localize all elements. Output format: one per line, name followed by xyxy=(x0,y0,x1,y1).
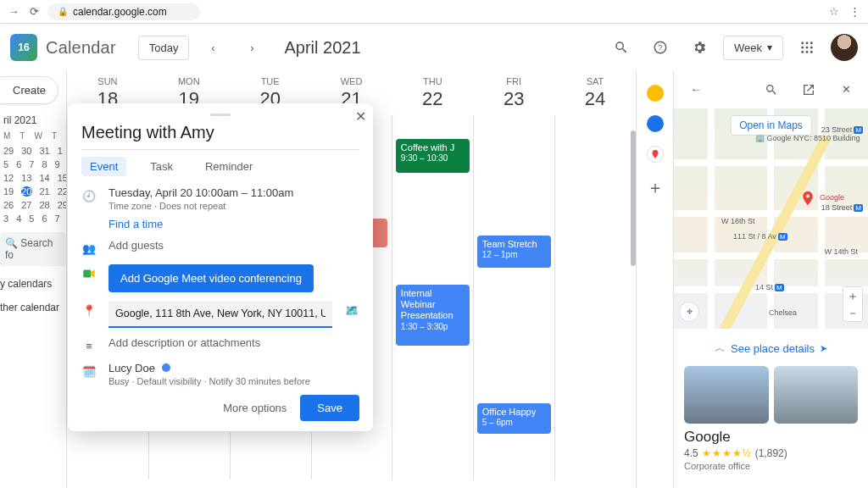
search-button[interactable] xyxy=(606,32,637,63)
save-button[interactable]: Save xyxy=(300,395,359,421)
search-icon xyxy=(765,83,778,97)
popover-close-button[interactable]: ✕ xyxy=(355,108,366,125)
settings-button[interactable] xyxy=(684,32,715,63)
event-editor-popover: ✕ Meeting with Amy Event Task Reminder 🕘… xyxy=(68,103,373,431)
tab-reminder[interactable]: Reminder xyxy=(197,157,261,176)
panel-search-button[interactable] xyxy=(756,75,787,105)
event-type-tabs: Event Task Reminder xyxy=(81,157,359,176)
see-place-details-button[interactable]: ︿ See place details ➤ xyxy=(684,336,858,361)
place-name: Google xyxy=(684,429,858,446)
keep-addon-icon[interactable] xyxy=(647,85,664,102)
view-selector[interactable]: Week ▾ xyxy=(723,36,783,60)
location-input[interactable] xyxy=(108,301,332,328)
maps-addon-icon[interactable] xyxy=(647,146,664,163)
help-icon: ? xyxy=(653,40,668,55)
map-street-label: 18 StreetM xyxy=(821,203,863,212)
event-webinar[interactable]: Internal Webinar Presentation1:30 – 3:30… xyxy=(396,285,470,346)
event-title-input[interactable]: Meeting with Amy xyxy=(81,119,359,150)
map-poi-label: 🏢 Google NYC: 8510 Building xyxy=(755,134,860,142)
map-zoom-controls[interactable]: ＋－ xyxy=(843,286,863,322)
browser-menu-icon[interactable]: ⋮ xyxy=(848,5,861,19)
lock-icon: 🔒 xyxy=(58,7,68,16)
svg-point-7 xyxy=(810,47,813,49)
clock-icon: 🕘 xyxy=(81,188,97,203)
panel-close-button[interactable]: ✕ xyxy=(831,75,861,105)
panel-back-button[interactable]: ← xyxy=(681,75,711,105)
current-month: April 2021 xyxy=(284,38,360,58)
cursor-icon: ➤ xyxy=(820,343,827,354)
panel-open-new-button[interactable] xyxy=(793,75,824,105)
next-period-button[interactable]: › xyxy=(236,32,267,63)
map-street-label: W 16th St xyxy=(721,217,755,225)
account-avatar[interactable] xyxy=(831,34,858,61)
chevron-up-icon: ︿ xyxy=(715,341,726,356)
browser-chrome: → ⟳ 🔒 calendar.google.com ☆ ⋮ xyxy=(0,0,868,24)
svg-point-10 xyxy=(810,51,813,53)
event-visibility-sub: Busy · Default visibility · Notify 30 mi… xyxy=(108,376,310,386)
mini-dow: T xyxy=(52,131,57,141)
calendar-owner-icon: 🗓️ xyxy=(81,363,97,379)
other-calendars-label[interactable]: ther calendar xyxy=(0,302,66,313)
tab-task[interactable]: Task xyxy=(142,157,181,176)
mini-month-label: ril 2021 xyxy=(3,114,66,126)
map-street-label: 111 St / 8 AvM xyxy=(733,232,787,241)
tab-event[interactable]: Event xyxy=(81,157,126,176)
support-button[interactable]: ? xyxy=(645,32,676,63)
open-in-maps-button[interactable]: Open in Maps xyxy=(730,115,812,136)
url-text: calendar.google.com xyxy=(73,6,167,18)
url-bar[interactable]: 🔒 calendar.google.com xyxy=(47,3,200,20)
create-button[interactable]: Create xyxy=(0,76,58,104)
find-a-time-link[interactable]: Find a time xyxy=(108,218,293,230)
prev-period-button[interactable]: ‹ xyxy=(198,32,228,63)
bookmark-star-icon[interactable]: ☆ xyxy=(827,5,841,19)
search-people[interactable]: 🔍 Search fo xyxy=(0,232,66,266)
location-pin-icon: 📍 xyxy=(81,302,97,318)
map-canvas[interactable]: Open in Maps 🏢 Google NYC: 8510 Building… xyxy=(674,108,868,329)
browser-forward-icon[interactable]: → xyxy=(7,5,20,19)
svg-point-6 xyxy=(806,47,809,49)
mini-dow: W xyxy=(34,131,42,141)
mini-dow: T xyxy=(19,131,25,141)
svg-point-3 xyxy=(806,42,809,44)
people-icon: 👥 xyxy=(81,241,97,256)
svg-marker-12 xyxy=(91,270,95,278)
calendar-color-dot xyxy=(162,363,170,372)
google-apps-button[interactable] xyxy=(792,32,822,63)
stars-icon: ★★★★½ xyxy=(702,447,752,459)
place-category: Corporate office xyxy=(684,461,858,471)
svg-rect-11 xyxy=(83,270,91,278)
grid-scrollbar[interactable] xyxy=(631,115,636,480)
add-meet-button[interactable]: Add Google Meet video conferencing xyxy=(108,264,314,292)
event-stretch[interactable]: Team Stretch12 – 1pm xyxy=(477,236,551,268)
mini-dow: M xyxy=(3,131,10,141)
calendar-logo-icon: 16 xyxy=(10,34,37,61)
svg-point-4 xyxy=(810,42,813,44)
search-icon xyxy=(614,40,629,55)
event-happy-hour[interactable]: Office Happy5 – 6pm xyxy=(477,403,551,434)
event-time-sub: Time zone · Does not repeat xyxy=(108,201,293,211)
add-guests-input[interactable]: Add guests xyxy=(108,239,164,252)
description-icon: ≡ xyxy=(81,338,97,353)
map-preview-icon[interactable]: 🗺️ xyxy=(344,302,359,318)
today-button[interactable]: Today xyxy=(138,36,190,60)
get-addons-button[interactable]: ＋ xyxy=(647,176,664,199)
mini-calendar[interactable]: ril 2021 M T W T F S 293031123 5678910 1… xyxy=(0,114,66,224)
more-options-button[interactable]: More options xyxy=(223,402,287,414)
event-coffee[interactable]: Coffee with J9:30 – 10:30 xyxy=(396,139,470,173)
map-street-label: 23 StreetM xyxy=(821,125,863,134)
chevron-down-icon: ▾ xyxy=(767,42,772,53)
open-external-icon xyxy=(802,83,815,97)
tasks-addon-icon[interactable] xyxy=(647,115,664,132)
event-time-text[interactable]: Tuesday, April 20 10:00am – 11:00am xyxy=(108,186,293,199)
app-header: 16 Calendar Today ‹ › April 2021 ? Week … xyxy=(0,24,868,71)
place-photos[interactable] xyxy=(684,366,858,424)
popover-drag-handle[interactable] xyxy=(210,114,231,116)
map-area-label: Chelsea xyxy=(769,308,797,317)
gear-icon xyxy=(692,40,707,55)
my-calendars-label[interactable]: y calendars xyxy=(0,278,66,290)
svg-point-9 xyxy=(806,51,809,53)
add-description-input[interactable]: Add description or attachments xyxy=(108,336,260,349)
place-rating: 4.5 ★★★★½ (1,892) xyxy=(684,447,858,459)
map-recenter-button[interactable]: ⌖ xyxy=(679,302,699,322)
browser-reload-icon[interactable]: ⟳ xyxy=(27,5,41,19)
